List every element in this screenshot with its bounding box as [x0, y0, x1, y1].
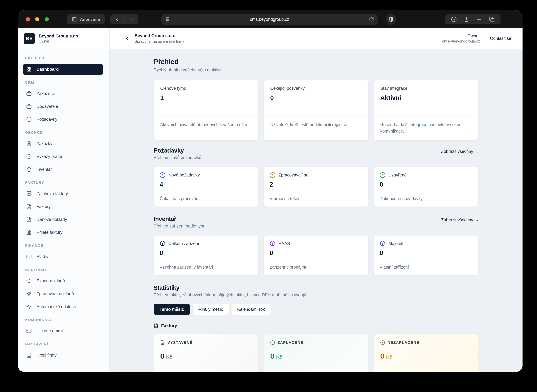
sidebar-account[interactable]: BE Beyond Group s.r.o. Owner	[18, 28, 109, 49]
card-value: 0	[270, 94, 362, 101]
card-description: Vlastní zařízení	[374, 260, 478, 275]
section-subtitle-statistics: Přehled faktur, zálohových faktur, přija…	[154, 293, 479, 297]
nav-divider	[124, 17, 125, 22]
card-label: HAAS	[278, 241, 290, 246]
nav-section-label: NASTAVENÍ	[25, 342, 109, 346]
minimize-window-button[interactable]	[35, 17, 39, 21]
header-role: Owner	[442, 33, 480, 38]
invoice-card-value: 0	[380, 352, 384, 360]
back-icon[interactable]	[114, 17, 120, 22]
file-text-icon	[26, 204, 32, 209]
sidebar-item-label: Historie emailů	[37, 329, 65, 333]
card-label: Majetek	[389, 241, 403, 246]
sidebar-item-export-dokladu[interactable]: Export dokladů	[23, 275, 103, 286]
file-check-icon	[26, 217, 32, 222]
card-value: 0	[380, 181, 473, 188]
sidebar-item-label: Faktury	[37, 204, 51, 209]
file-text-icon	[26, 230, 32, 235]
downloads-icon[interactable]	[451, 17, 457, 22]
tab-minuly-mesic[interactable]: Minulý měsíc	[192, 304, 229, 315]
sidebar-item-vykazy-prace[interactable]: Výkazy práce	[23, 151, 103, 162]
logout-button[interactable]: Odhlásit se	[490, 36, 511, 41]
sidebar-item-label: Zakázky	[37, 141, 52, 146]
history-nav	[110, 14, 138, 24]
card-value: 1	[160, 94, 252, 101]
main-area: Beyond Group s.r.o. Spravujte nastavení …	[110, 28, 523, 372]
sidebar-item-zpracovani-dokladu[interactable]: Zpracování dokladů	[23, 288, 103, 299]
nav-section-label: PŘEHLED	[25, 56, 109, 60]
private-profile-badge[interactable]: Anonymní	[67, 14, 105, 24]
sidebar-item-label: Inventář	[37, 167, 52, 172]
forward-icon[interactable]	[129, 17, 134, 22]
receipt-icon	[26, 191, 32, 196]
company-logo: BE	[24, 33, 35, 44]
nav-section-faktury: FAKTURY Zálohové faktury Faktury Daňové …	[18, 181, 109, 238]
section-title-statistics: Statistiky	[154, 285, 479, 291]
page-scroll-area[interactable]: Přehled Rychlý přehled vašeho účtu a akt…	[110, 49, 523, 372]
arrow-right-icon: →	[474, 149, 479, 154]
tab-overview-icon[interactable]	[489, 17, 495, 22]
shield-icon	[389, 17, 394, 22]
sidebar-item-inventar[interactable]: Inventář	[23, 164, 103, 175]
page-title: Přehled	[154, 58, 479, 66]
tab-kalendarni-rok[interactable]: Kalendářní rok	[231, 304, 271, 315]
zoom-window-button[interactable]	[45, 17, 49, 21]
sidebar-item-zalohove-faktury[interactable]: Zálohové faktury	[23, 188, 103, 199]
sidebar-item-label: Zálohové faktury	[37, 191, 68, 196]
header-company-name: Beyond Group s.r.o.	[134, 33, 184, 38]
sparkles-icon	[26, 291, 32, 296]
tab-tento-mesic[interactable]: Tento měsíc	[154, 304, 190, 315]
nav-section-label: OBCHOD	[25, 131, 109, 135]
new-tab-icon[interactable]	[476, 17, 482, 22]
address-bar[interactable]: cms.beyondgroup.cz	[161, 14, 378, 25]
card-description: V procesu řešení	[264, 192, 368, 206]
header-subtitle: Spravujte nastavení své firmy	[134, 39, 184, 44]
file-text-icon	[154, 323, 158, 328]
invoices-group-header: Faktury	[154, 323, 479, 328]
request-cards: Nové požadavky 4 Čekají na zpracování	[154, 167, 479, 207]
alert-circle-icon	[270, 172, 276, 178]
card-description: Uživatelé, kteří ještě nedokončili regis…	[264, 117, 368, 134]
requests-see-all-link[interactable]: Zobrazit všechny →	[441, 149, 479, 154]
reload-icon[interactable]	[369, 17, 374, 22]
sidebar-item-label: Přijaté faktury	[37, 230, 62, 235]
card-value: 4	[160, 181, 253, 188]
sidebar-item-faktury[interactable]: Faktury	[23, 201, 103, 212]
sidebar-item-zakazky[interactable]: Zakázky	[23, 138, 103, 149]
card-description: Dokončené požadavky	[374, 192, 478, 206]
privacy-shield-button[interactable]	[386, 14, 396, 25]
sidebar-item-automaticke-udalosti[interactable]: Automatické události	[23, 301, 103, 312]
sidebar-item-zakaznici[interactable]: Zákazníci	[23, 88, 103, 99]
invoices-group-label: Faktury	[161, 323, 177, 328]
sidebar-item-prijate-faktury[interactable]: Přijaté faktury	[23, 227, 103, 238]
card-description: Všechna zařízení v inventáři	[154, 260, 258, 275]
nav-section-nastaveni: NASTAVENÍ Profil firmy	[18, 342, 109, 361]
back-button[interactable]	[124, 35, 131, 42]
toolbar-actions	[445, 14, 500, 24]
share-icon[interactable]	[464, 17, 469, 22]
url-text[interactable]: cms.beyondgroup.cz	[170, 17, 369, 22]
sidebar-item-danove-doklady[interactable]: Daňové doklady	[23, 214, 103, 225]
inventory-see-all-link[interactable]: Zobrazit všechny →	[441, 218, 479, 222]
sidebar-toggle-icon	[72, 17, 77, 22]
alert-circle-icon	[380, 172, 386, 178]
sidebar-item-dodavatele[interactable]: Dodavatelé	[23, 101, 103, 112]
dashboard-grid-icon	[26, 67, 32, 72]
sidebar-item-profil-firmy[interactable]: Profil firmy	[23, 350, 103, 361]
section-subtitle-inventory: Přehled zařízení podle typu	[154, 224, 479, 229]
close-window-button[interactable]	[26, 17, 30, 21]
sidebar-item-platby[interactable]: Platby	[23, 251, 103, 262]
profile-badge-label: Anonymní	[80, 17, 100, 22]
sidebar-item-pozadavky[interactable]: Požadavky	[23, 114, 103, 125]
header-email: cms@beyondgroup.cz	[442, 39, 480, 43]
section-title-inventory: Inventář	[154, 216, 176, 222]
sidebar-item-label: Zákazníci	[37, 91, 55, 96]
sidebar-item-dashboard[interactable]: Dashboard	[23, 64, 103, 75]
card-value: Aktivní	[380, 94, 472, 101]
sidebar-item-historie-emailu[interactable]: Historie emailů	[23, 325, 103, 336]
reader-icon[interactable]	[165, 17, 170, 22]
nav-section-label: KOMUNIKACE	[25, 318, 109, 322]
statistics-period-tabs: Tento měsíc Minulý měsíc Kalendářní rok	[154, 304, 479, 315]
x-circle-icon	[380, 340, 385, 345]
invoice-summary-cards: VYSTAVENÉ 0 Kč ZAPLACENÉ	[154, 334, 479, 372]
